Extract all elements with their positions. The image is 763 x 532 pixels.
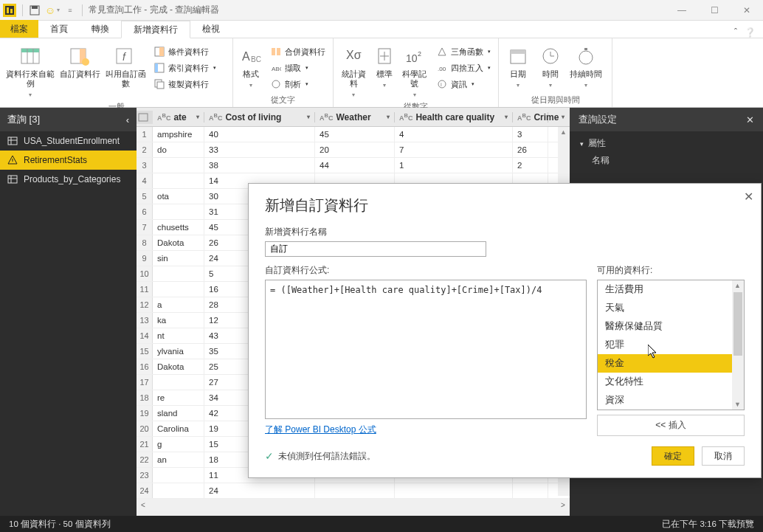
cell[interactable]: 7 — [395, 142, 513, 157]
query-item[interactable]: RetirementStats — [0, 151, 137, 170]
scientific-button[interactable]: 102 科學記號▾ — [399, 41, 431, 100]
time-button[interactable]: 時間▾ — [536, 41, 565, 90]
maximize-button[interactable]: ☐ — [698, 0, 731, 21]
cancel-button[interactable]: 取消 — [702, 446, 745, 466]
conditional-column-button[interactable]: 條件資料行 — [151, 44, 219, 59]
cell[interactable] — [513, 483, 548, 498]
query-item[interactable]: USA_StudentEnrollment — [0, 131, 137, 151]
scroll-left-icon[interactable]: < — [137, 501, 150, 509]
cell[interactable]: do — [153, 142, 204, 157]
table-row[interactable]: 2424 — [137, 483, 570, 499]
index-column-button[interactable]: 索引資料行▾ — [151, 61, 219, 75]
cell[interactable]: 45 — [315, 127, 395, 142]
cell[interactable]: ylvania — [153, 344, 204, 359]
minimize-button[interactable]: — — [666, 0, 698, 21]
available-column-item[interactable]: 資深 — [598, 391, 744, 410]
help-icon[interactable]: ❔ — [745, 27, 756, 38]
cell[interactable]: ota — [153, 189, 204, 204]
save-icon[interactable] — [26, 1, 44, 19]
tab-view[interactable]: 檢視 — [190, 20, 232, 38]
available-column-item[interactable]: 醫療保健品質 — [598, 317, 744, 336]
cell[interactable]: 40 — [204, 127, 315, 142]
duplicate-column-button[interactable]: 複製資料行 — [151, 77, 219, 91]
column-header[interactable]: ABCWeather▾ — [315, 112, 395, 122]
available-column-item[interactable]: 生活費用 — [598, 280, 744, 299]
cell[interactable] — [153, 483, 204, 498]
cell[interactable]: 24 — [204, 483, 315, 498]
parse-button[interactable]: 剖析▾ — [267, 77, 328, 91]
cell[interactable]: g — [153, 437, 204, 452]
qat-customize-icon[interactable]: ≡ — [61, 1, 79, 19]
cell[interactable] — [153, 282, 204, 297]
cell[interactable]: 33 — [204, 142, 315, 157]
expand-icon[interactable]: ▾ — [580, 140, 584, 148]
column-header[interactable]: ABCCost of living▾ — [204, 112, 315, 122]
cell[interactable]: Dakota — [153, 235, 204, 250]
column-header[interactable]: ABCCrime▾ — [513, 112, 548, 122]
duration-button[interactable]: 持續時間▾ — [568, 41, 604, 90]
filter-dropdown-icon[interactable]: ▾ — [562, 114, 565, 120]
cell[interactable]: sland — [153, 406, 204, 421]
cell[interactable] — [153, 158, 204, 173]
available-column-item[interactable]: 天氣 — [598, 299, 744, 317]
merge-columns-button[interactable]: 合併資料行 — [267, 44, 328, 59]
ok-button[interactable]: 確定 — [652, 446, 694, 466]
cell[interactable]: an — [153, 452, 204, 467]
tab-add-column[interactable]: 新增資料行 — [121, 21, 190, 38]
cell[interactable] — [153, 468, 204, 483]
scroll-right-icon[interactable]: > — [556, 501, 570, 509]
formula-input[interactable]: = ([Weather]+[Health care quality]+[Crim… — [265, 280, 587, 419]
cell[interactable]: 1 — [395, 158, 513, 173]
cell[interactable]: 44 — [315, 158, 395, 173]
tab-transform[interactable]: 轉換 — [80, 20, 121, 38]
table-row[interactable]: 2do3320726 — [137, 142, 570, 158]
cell[interactable]: 3 — [513, 127, 548, 142]
list-scrollbar[interactable]: ▲▼ — [732, 280, 744, 410]
trig-button[interactable]: 三角函數▾ — [433, 44, 494, 59]
cell[interactable] — [315, 483, 395, 498]
close-button[interactable]: ✕ — [731, 0, 763, 21]
cell[interactable]: ka — [153, 313, 204, 328]
feedback-icon[interactable]: ☺▾ — [44, 1, 61, 19]
invoke-function-button[interactable]: f 叫用自訂函數 — [103, 41, 148, 89]
statistics-button[interactable]: Χσ 統計資料▾ — [338, 41, 370, 100]
cell[interactable]: nt — [153, 328, 204, 343]
filter-dropdown-icon[interactable]: ▾ — [196, 114, 199, 120]
cell[interactable]: a — [153, 297, 204, 312]
cell[interactable]: 26 — [513, 142, 548, 157]
info-button[interactable]: i資訊▾ — [433, 77, 494, 91]
horizontal-scrollbar[interactable]: < > — [137, 499, 570, 511]
close-settings-icon[interactable]: ✕ — [746, 114, 754, 125]
date-button[interactable]: 日期▾ — [503, 41, 533, 90]
cell[interactable]: Dakota — [153, 359, 204, 374]
collapse-ribbon-icon[interactable]: ˆ — [734, 27, 737, 38]
cell[interactable]: 2 — [513, 158, 548, 173]
dialog-close-icon[interactable]: ✕ — [744, 190, 753, 204]
custom-column-button[interactable]: 自訂資料行 — [59, 41, 100, 79]
collapse-left-icon[interactable]: ‹ — [126, 114, 129, 125]
filter-dropdown-icon[interactable]: ▾ — [505, 114, 508, 120]
format-button[interactable]: ABC 格式 ▾ — [238, 41, 264, 90]
standard-button[interactable]: 標準▾ — [373, 41, 396, 90]
filter-dropdown-icon[interactable]: ▾ — [307, 114, 310, 120]
rounding-button[interactable]: .00四捨五入▾ — [433, 61, 494, 75]
column-from-examples-button[interactable]: 資料行來自範例 ▾ — [4, 41, 56, 100]
learn-more-link[interactable]: 了解 Power BI Desktop 公式 — [265, 424, 587, 436]
tab-home[interactable]: 首頁 — [38, 20, 80, 38]
cell[interactable]: 4 — [395, 127, 513, 142]
file-tab[interactable]: 檔案 — [0, 20, 38, 38]
cell[interactable] — [153, 204, 204, 219]
available-column-item[interactable]: 文化特性 — [598, 373, 744, 391]
cell[interactable]: Carolina — [153, 421, 204, 436]
cell[interactable]: 38 — [204, 158, 315, 173]
filter-dropdown-icon[interactable]: ▾ — [387, 114, 390, 120]
column-header[interactable]: ABCHealth care quality▾ — [395, 112, 513, 122]
cell[interactable] — [153, 173, 204, 188]
available-columns-list[interactable]: 生活費用天氣醫療保健品質犯罪稅金文化特性資深▲▼ — [597, 280, 745, 410]
table-row[interactable]: 3384412 — [137, 158, 570, 173]
table-row[interactable]: 1ampshire404543 — [137, 127, 570, 142]
cell[interactable] — [395, 483, 513, 498]
query-item[interactable]: Products_by_Categories — [0, 170, 137, 189]
column-name-input[interactable] — [265, 241, 486, 257]
cell[interactable]: sin — [153, 251, 204, 266]
